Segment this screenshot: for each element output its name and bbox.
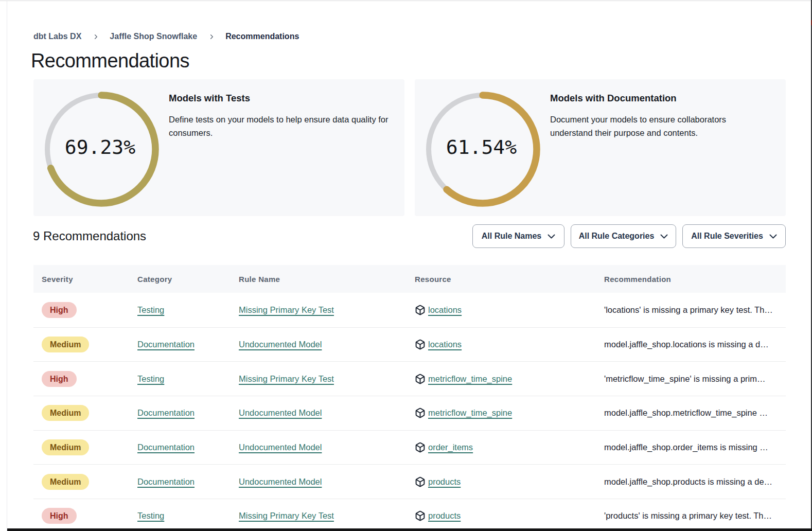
severity-cell: Medium [33,474,129,490]
severity-badge: High [42,371,77,387]
recommendation-cell: model.jaffle_shop.locations is missing a… [596,340,786,349]
page-title: Recommendations [31,50,189,72]
rule-name-cell: Undocumented Model [231,340,407,349]
model-box-icon [415,476,426,487]
chevron-down-icon [769,234,777,239]
severity-badge: Medium [42,439,89,455]
category-link[interactable]: Testing [137,374,164,383]
table-row: HighTestingMissing Primary Key Testlocat… [33,293,786,327]
chevron-right-icon [208,33,216,41]
rule-names-filter[interactable]: All Rule Names [472,224,564,248]
breadcrumb: dbt Labs DX Jaffle Shop Snowflake Recomm… [33,32,299,41]
resource-link[interactable]: order_items [428,442,473,452]
severity-badge: High [42,508,77,524]
filter-label: All Rule Categories [579,232,655,241]
filter-bar: All Rule NamesAll Rule CategoriesAll Rul… [472,224,786,248]
rule-categories-filter[interactable]: All Rule Categories [571,224,676,248]
severity-cell: Medium [33,439,129,455]
recommendation-cell: 'metricflow_time_spine' is missing a pri… [596,374,786,384]
table-row: MediumDocumentationUndocumented Modelpro… [33,464,786,499]
category-link[interactable]: Documentation [137,340,195,349]
chevron-down-icon [660,234,668,239]
severity-cell: High [33,302,129,318]
model-box-icon [415,305,426,315]
category-link[interactable]: Documentation [137,408,195,417]
table-row: MediumDocumentationUndocumented Modelord… [33,430,786,465]
rule-name-link[interactable]: Undocumented Model [239,442,322,452]
window-top-border [0,1,811,1]
resource-cell: metricflow_time_spine [407,374,596,384]
donut-chart: 61.54% [425,92,540,207]
column-header-resource: Resource [407,275,596,284]
card-description: Document your models to ensure collabora… [550,113,766,139]
rule-name-link[interactable]: Undocumented Model [239,408,322,417]
resource-cell: locations [407,339,596,350]
resource-link[interactable]: metricflow_time_spine [428,408,512,418]
donut-chart: 69.23% [44,92,159,207]
rule-severities-filter[interactable]: All Rule Severities [682,224,786,248]
rule-name-link[interactable]: Undocumented Model [239,340,322,349]
category-link[interactable]: Testing [137,305,164,314]
category-link[interactable]: Documentation [137,442,195,452]
model-box-icon [415,374,426,384]
rule-name-cell: Missing Primary Key Test [231,374,407,384]
chevron-down-icon [548,234,555,239]
rule-name-cell: Missing Primary Key Test [231,305,407,315]
card-title: Models with Documentation [550,92,782,104]
resource-link[interactable]: locations [428,305,462,315]
column-header-rule-name: Rule Name [231,275,407,284]
card-text: Models with DocumentationDocument your m… [550,92,782,139]
chevron-right-icon [92,33,100,41]
severity-badge: Medium [42,337,89,352]
model-box-icon [415,510,426,521]
sidebar-edge-divider [7,1,7,531]
severity-badge: Medium [42,474,89,490]
category-link[interactable]: Testing [137,511,164,520]
table-header-row: SeverityCategoryRule NameResourceRecomme… [33,265,786,293]
category-cell: Testing [129,305,231,315]
table-row: MediumDocumentationUndocumented Modelloc… [33,327,786,362]
category-cell: Documentation [129,442,231,452]
severity-cell: Medium [33,337,129,352]
table-row: MediumDocumentationUndocumented Modelmet… [33,396,786,430]
rule-name-link[interactable]: Missing Primary Key Test [239,511,334,520]
resource-link[interactable]: metricflow_time_spine [428,374,512,384]
category-link[interactable]: Documentation [137,477,195,486]
filter-label: All Rule Names [482,232,541,241]
recommendations-page: dbt Labs DX Jaffle Shop Snowflake Recomm… [7,0,811,531]
column-header-category: Category [129,275,231,284]
resource-link[interactable]: locations [428,340,462,349]
category-cell: Documentation [129,477,231,487]
breadcrumb-project[interactable]: dbt Labs DX [33,32,81,41]
rule-name-link[interactable]: Undocumented Model [239,477,322,486]
donut-percentage: 61.54% [424,92,539,207]
severity-cell: High [33,371,129,387]
model-box-icon [415,408,426,418]
recommendation-cell: model.jaffle_shop.order_items is missing… [596,442,786,452]
rule-name-cell: Undocumented Model [231,408,407,418]
rule-name-cell: Undocumented Model [231,442,407,452]
rule-name-link[interactable]: Missing Primary Key Test [239,305,334,314]
resource-link[interactable]: products [428,511,461,521]
summary-cards: 69.23%Models with TestsDefine tests on y… [33,79,786,216]
category-cell: Documentation [129,340,231,349]
resource-link[interactable]: products [428,477,461,487]
recommendation-cell: 'locations' is missing a primary key tes… [596,305,786,315]
recommendation-cell: model.jaffle_shop.products is missing a … [596,477,786,487]
window-bottom-border [7,528,812,531]
recommendation-cell: 'products' is missing a primary key test… [596,511,786,521]
breadcrumb-environment[interactable]: Jaffle Shop Snowflake [110,32,197,41]
table-row: HighTestingMissing Primary Key Testmetri… [33,361,786,396]
recommendations-count-heading: 9 Recommendations [33,229,146,243]
resource-cell: products [407,510,596,521]
rule-name-cell: Missing Primary Key Test [231,511,407,521]
rule-name-link[interactable]: Missing Primary Key Test [239,374,334,383]
card-text: Models with TestsDefine tests on your mo… [169,92,400,139]
resource-cell: metricflow_time_spine [407,408,596,418]
filter-label: All Rule Severities [691,232,763,241]
resource-cell: locations [407,305,596,315]
table-row: HighTestingMissing Primary Key Testprodu… [33,499,786,531]
category-cell: Testing [129,374,231,384]
card-description: Define tests on your models to help ensu… [169,113,395,139]
breadcrumb-current: Recommendations [225,32,299,41]
